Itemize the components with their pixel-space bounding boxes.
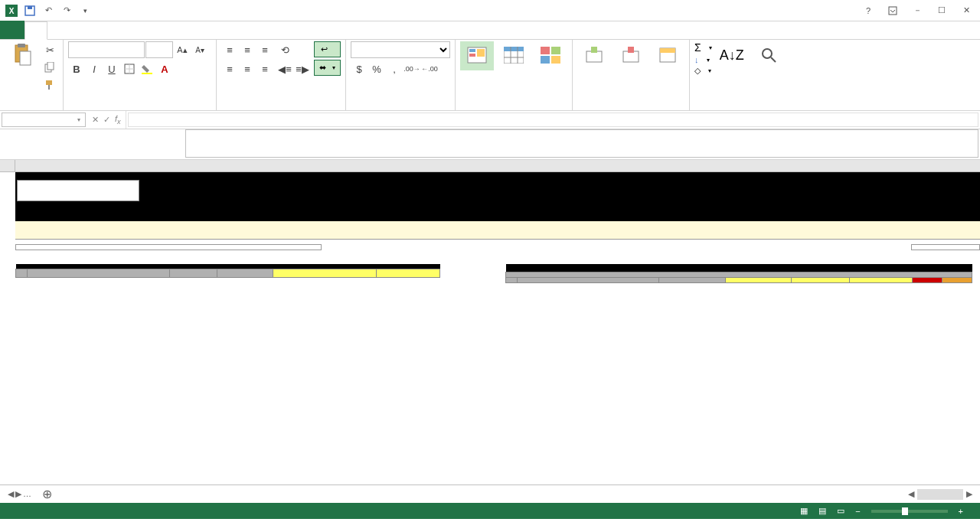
fill-color-icon[interactable] (139, 60, 155, 77)
svg-rect-10 (46, 80, 52, 85)
svg-rect-21 (504, 47, 524, 51)
undo-icon[interactable]: ↶ (40, 2, 57, 19)
orientation-icon[interactable]: ⟲ (276, 41, 293, 58)
decrease-indent-icon[interactable]: ◀≡ (276, 60, 293, 77)
close-icon[interactable]: ✕ (956, 2, 977, 19)
sign-in-link[interactable] (965, 33, 980, 39)
align-left-icon[interactable]: ≡ (221, 60, 238, 77)
cancel-formula-icon[interactable]: ✕ (92, 115, 99, 125)
comma-icon[interactable]: , (386, 60, 403, 77)
sheet-nav-prev-icon[interactable]: ▶ (15, 489, 21, 499)
name-box[interactable]: ▾ (2, 113, 86, 127)
align-right-icon[interactable]: ≡ (256, 60, 273, 77)
ribbon-options-icon[interactable] (882, 2, 903, 19)
insert-icon (582, 43, 606, 67)
sort-icon: A↓Z (720, 43, 744, 67)
tab-file[interactable] (0, 21, 24, 39)
view-normal-icon[interactable]: ▦ (800, 506, 808, 516)
fx-icon[interactable]: fx (115, 114, 121, 126)
redo-icon[interactable]: ↷ (58, 2, 75, 19)
format-painter-icon[interactable] (41, 77, 58, 93)
hscroll-left-icon[interactable]: ◀ (908, 489, 914, 499)
fill-down-icon: ↓ (694, 55, 699, 64)
tab-review[interactable] (133, 21, 155, 39)
formula-bar-area[interactable] (185, 129, 978, 158)
merge-center-button[interactable]: ⬌▾ (314, 60, 341, 76)
hscroll-track[interactable] (917, 489, 963, 500)
view-page-break-icon[interactable]: ▭ (837, 506, 844, 516)
tab-data[interactable] (112, 21, 133, 39)
wrap-text-button[interactable]: ↩ (314, 41, 341, 57)
save-icon[interactable] (21, 2, 38, 19)
zoom-in-icon[interactable]: + (959, 507, 963, 516)
insert-cells-button[interactable] (577, 41, 611, 70)
worksheet[interactable] (0, 172, 980, 484)
tab-addins[interactable] (176, 21, 198, 39)
align-center-icon[interactable]: ≡ (239, 60, 256, 77)
group-font: A▴ A▾ B I U A (64, 40, 217, 110)
critical-processes-table[interactable] (15, 264, 440, 278)
zoom-slider[interactable] (871, 510, 948, 513)
view-page-layout-icon[interactable]: ▤ (818, 506, 826, 516)
tab-formulas[interactable] (90, 21, 112, 39)
font-size-combo[interactable] (145, 41, 173, 58)
cut-icon[interactable]: ✂ (41, 41, 58, 58)
bold-button[interactable]: B (68, 60, 85, 77)
find-select-button[interactable] (752, 41, 786, 70)
percent-icon[interactable]: % (368, 60, 385, 77)
sheet-nav-first-icon[interactable]: ◀ (8, 489, 14, 499)
minimize-icon[interactable]: － (906, 2, 928, 19)
format-as-table-button[interactable] (497, 41, 531, 70)
format-cells-button[interactable] (651, 41, 684, 70)
select-all-corner[interactable] (0, 160, 15, 171)
tab-home[interactable] (24, 21, 47, 40)
sheet-nav-more-icon[interactable]: … (23, 489, 31, 499)
paste-button[interactable] (5, 41, 38, 70)
critical-equipment-table[interactable] (505, 264, 972, 283)
svg-rect-28 (551, 56, 560, 64)
print-critical-process-button[interactable] (15, 244, 322, 250)
tab-insert[interactable] (47, 21, 69, 39)
number-format-combo[interactable] (351, 41, 450, 58)
column-headers[interactable] (0, 160, 980, 172)
increase-decimal-icon[interactable]: .00→ (403, 60, 420, 77)
print-all-button[interactable] (17, 180, 139, 201)
print-critical-right-button[interactable] (911, 244, 980, 250)
decrease-decimal-icon[interactable]: ←.00 (421, 60, 438, 77)
svg-rect-29 (586, 51, 602, 62)
group-alignment: ≡ ≡ ≡ ≡ ≡ ≡ ⟲ ◀≡ ≡▶ ↩ (217, 40, 346, 110)
underline-button[interactable]: U (103, 60, 120, 77)
decrease-font-icon[interactable]: A▾ (191, 41, 208, 58)
tab-page-layout[interactable] (69, 21, 90, 39)
increase-indent-icon[interactable]: ≡▶ (294, 60, 311, 77)
zoom-out-icon[interactable]: − (855, 507, 860, 516)
svg-rect-6 (18, 44, 25, 47)
autosum-button[interactable]: Σ ▾ (694, 41, 712, 54)
font-name-combo[interactable] (68, 41, 145, 58)
enter-formula-icon[interactable]: ✓ (103, 115, 110, 125)
accounting-icon[interactable]: $ (351, 60, 368, 77)
new-sheet-icon[interactable]: ⊕ (36, 487, 58, 501)
cell-styles-button[interactable] (534, 41, 567, 70)
formula-bar-expanded (0, 129, 980, 160)
delete-cells-button[interactable] (614, 41, 648, 70)
help-icon[interactable]: ? (858, 2, 879, 19)
font-color-icon[interactable]: A (156, 60, 173, 77)
sort-filter-button[interactable]: A↓Z (715, 41, 749, 70)
tab-view[interactable] (155, 21, 176, 39)
svg-rect-3 (28, 6, 32, 9)
align-top-icon[interactable]: ≡ (221, 41, 238, 58)
qat-customize-icon[interactable]: ▾ (77, 2, 93, 19)
align-bottom-icon[interactable]: ≡ (256, 41, 273, 58)
align-middle-icon[interactable]: ≡ (239, 41, 256, 58)
maximize-icon[interactable]: ☐ (931, 2, 952, 19)
hscroll-right-icon[interactable]: ▶ (966, 489, 972, 499)
conditional-formatting-button[interactable] (460, 41, 494, 70)
copy-icon[interactable] (41, 59, 58, 76)
fill-button[interactable]: ↓ ▾ (694, 55, 712, 64)
clear-button[interactable]: ◇ ▾ (694, 66, 712, 76)
italic-button[interactable]: I (86, 60, 103, 77)
borders-icon[interactable] (121, 60, 138, 77)
increase-font-icon[interactable]: A▴ (174, 41, 191, 58)
formula-bar[interactable] (128, 113, 978, 127)
